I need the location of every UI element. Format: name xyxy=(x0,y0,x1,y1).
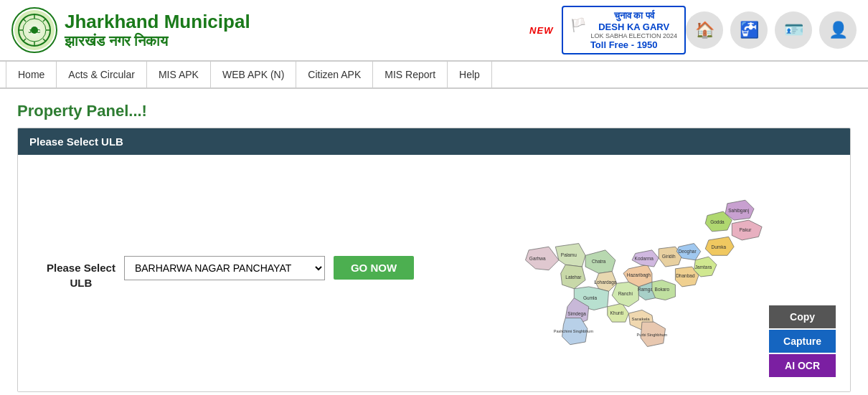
nav-help[interactable]: Help xyxy=(448,62,492,87)
svg-line-9 xyxy=(43,19,46,22)
capture-button[interactable]: Capture xyxy=(769,330,836,353)
panel-header: Please Select ULB xyxy=(18,128,850,155)
label-dumka: Dumka xyxy=(711,244,726,249)
water-icon-button[interactable]: 🚰 xyxy=(730,11,768,49)
go-now-button[interactable]: GO NOW xyxy=(334,256,414,280)
svg-line-8 xyxy=(43,39,46,42)
label-pakur: Pakur xyxy=(739,227,752,232)
id-icon-button[interactable]: 🪪 xyxy=(775,11,812,49)
map-regions: Garhwa Palamu Latehar Chatra Lohardaga xyxy=(526,200,763,346)
label-hazaribagh: Hazaribagh xyxy=(627,272,651,278)
label-gumla: Gumla xyxy=(583,296,598,301)
label-sahebganj: Sahibganj xyxy=(728,208,749,214)
toll-free: Toll Free - 1950 xyxy=(590,39,658,50)
nav-mis-apk[interactable]: MIS APK xyxy=(147,62,211,87)
svg-line-10 xyxy=(23,39,26,42)
election-banner: 🏳️ चुनाव का पर्व DESH KA GARV LOK SABHA … xyxy=(562,6,686,54)
header-title: Jharkhand Municipal झारखंड नगर निकाय xyxy=(65,11,250,49)
svg-text:JMC: JMC xyxy=(29,28,41,34)
copy-button[interactable]: Copy xyxy=(769,305,836,328)
title-hindi: झारखंड नगर निकाय xyxy=(65,33,250,49)
label-ranchi: Ranchi xyxy=(618,291,633,296)
label-deoghar: Deoghar xyxy=(679,249,697,254)
nav-citizen-apk[interactable]: Citizen APK xyxy=(296,62,373,87)
label-palamu: Palamu xyxy=(561,252,577,257)
ulb-label: Please Select ULB xyxy=(47,256,115,290)
label-bokaro: Bokaro xyxy=(655,287,670,292)
label-dhanbad: Dhanbad xyxy=(676,273,695,278)
ulb-dropdown[interactable]: BARHARWA NAGAR PANCHAYAT RANCHI MUNICIPA… xyxy=(124,256,325,280)
nav-acts[interactable]: Acts & Circular xyxy=(57,62,147,87)
label-jamtara: Jamtara xyxy=(695,265,712,270)
nav-home[interactable]: Home xyxy=(6,62,57,87)
header-action-icons: 🏠 🚰 🪪 👤 xyxy=(686,11,857,49)
election-title: चुनाव का पर्व xyxy=(590,10,677,22)
label-giridih: Giridih xyxy=(662,254,676,259)
flag-icon: 🏳️ xyxy=(570,17,586,33)
panel-body: Please Select ULB BARHARWA NAGAR PANCHAY… xyxy=(18,155,850,391)
label-saraikela: Saraikela xyxy=(632,317,651,321)
new-badge: NEW xyxy=(529,25,553,36)
svg-line-7 xyxy=(23,19,26,22)
label-lohardaga: Lohardaga xyxy=(594,280,616,285)
label-simdega: Simdega xyxy=(567,311,586,317)
label-khunti: Khunti xyxy=(610,310,623,315)
ulb-panel: Please Select ULB Please Select ULB BARH… xyxy=(17,128,851,392)
title-english: Jharkhand Municipal xyxy=(65,11,250,33)
panel-body-inner: Please Select ULB BARHARWA NAGAR PANCHAY… xyxy=(32,169,836,377)
ulb-form: Please Select ULB BARHARWA NAGAR PANCHAY… xyxy=(47,256,414,290)
header-center-banner: NEW 🏳️ चुनाव का पर्व DESH KA GARV LOK SA… xyxy=(529,6,686,54)
header-logo: JMC Jharkhand Municipal झारखंड नगर निकाय xyxy=(11,7,529,53)
home-icon-button[interactable]: 🏠 xyxy=(686,11,723,49)
ai-ocr-button[interactable]: AI OCR xyxy=(769,354,836,377)
nav-mis-report[interactable]: MIS Report xyxy=(373,62,448,87)
header: JMC Jharkhand Municipal झारखंड नगर निकाय… xyxy=(0,0,868,62)
label-garhwa: Garhwa xyxy=(529,256,546,261)
main-nav: Home Acts & Circular MIS APK WEB APK (N)… xyxy=(0,62,868,89)
label-kodarma: Kodarma xyxy=(635,256,654,261)
nav-web-apk[interactable]: WEB APK (N) xyxy=(211,62,296,87)
label-purbi-singhbhum: Purbi Singhbhum xyxy=(637,333,668,337)
logo-icon: JMC xyxy=(14,10,55,50)
label-godda: Godda xyxy=(710,219,725,224)
label-latehar: Latehar xyxy=(565,275,582,280)
logo-emblem: JMC xyxy=(11,7,57,53)
page-title: Property Panel...! xyxy=(0,89,868,128)
election-subtitle: DESH KA GARV xyxy=(590,22,677,33)
person-icon-button[interactable]: 👤 xyxy=(819,11,857,49)
context-menu: Copy Capture AI OCR xyxy=(769,305,836,377)
label-pashchimi-singhbhum: Pashchimi Singhbhum xyxy=(554,329,594,333)
label-chatra: Chatra xyxy=(592,260,606,265)
election-subnote: LOK SABHA ELECTION 2024 xyxy=(590,32,677,39)
